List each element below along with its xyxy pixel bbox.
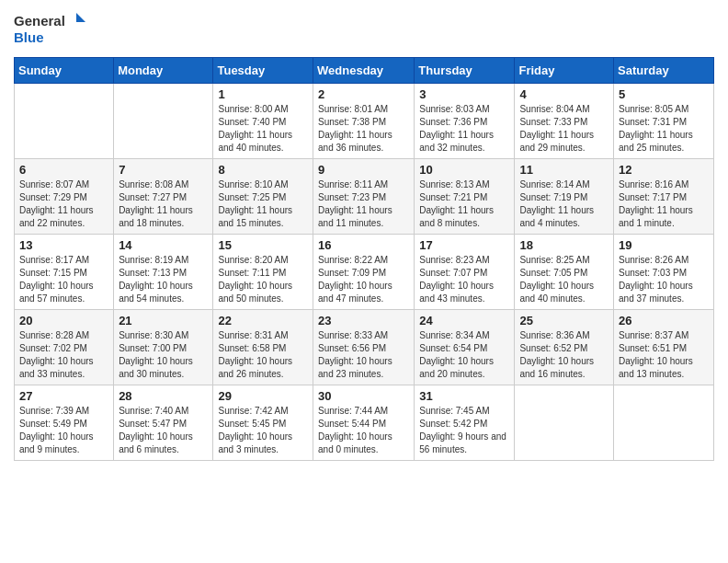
day-info: Sunrise: 8:28 AM Sunset: 7:02 PM Dayligh… [19, 329, 108, 381]
calendar-cell [15, 84, 114, 159]
day-info: Sunrise: 8:37 AM Sunset: 6:51 PM Dayligh… [619, 329, 709, 381]
calendar-cell: 14Sunrise: 8:19 AM Sunset: 7:13 PM Dayli… [114, 235, 213, 310]
day-info: Sunrise: 8:19 AM Sunset: 7:13 PM Dayligh… [119, 254, 208, 305]
day-number: 29 [218, 389, 308, 403]
day-number: 14 [119, 238, 208, 252]
calendar-cell: 31Sunrise: 7:45 AM Sunset: 5:42 PM Dayli… [415, 385, 515, 461]
calendar-cell: 17Sunrise: 8:23 AM Sunset: 7:07 PM Dayli… [415, 235, 515, 310]
calendar-cell: 22Sunrise: 8:31 AM Sunset: 6:58 PM Dayli… [213, 310, 313, 385]
weekday-header-saturday: Saturday [614, 58, 714, 84]
day-number: 30 [318, 389, 409, 403]
day-info: Sunrise: 8:16 AM Sunset: 7:17 PM Dayligh… [619, 178, 709, 230]
day-number: 11 [519, 163, 609, 177]
calendar-cell: 5Sunrise: 8:05 AM Sunset: 7:31 PM Daylig… [614, 84, 714, 159]
day-info: Sunrise: 8:13 AM Sunset: 7:21 PM Dayligh… [419, 178, 509, 230]
day-number: 21 [119, 314, 208, 327]
calendar-cell: 8Sunrise: 8:10 AM Sunset: 7:25 PM Daylig… [213, 159, 313, 235]
calendar-cell: 26Sunrise: 8:37 AM Sunset: 6:51 PM Dayli… [614, 310, 714, 385]
weekday-header-friday: Friday [515, 58, 614, 84]
day-info: Sunrise: 8:23 AM Sunset: 7:07 PM Dayligh… [419, 254, 509, 305]
day-info: Sunrise: 7:44 AM Sunset: 5:44 PM Dayligh… [318, 405, 409, 456]
day-info: Sunrise: 8:22 AM Sunset: 7:09 PM Dayligh… [318, 254, 409, 305]
calendar-cell: 13Sunrise: 8:17 AM Sunset: 7:15 PM Dayli… [15, 235, 114, 310]
day-info: Sunrise: 8:36 AM Sunset: 6:52 PM Dayligh… [519, 329, 609, 381]
calendar-cell: 11Sunrise: 8:14 AM Sunset: 7:19 PM Dayli… [515, 159, 614, 235]
day-number: 6 [19, 163, 108, 177]
day-number: 22 [218, 314, 308, 327]
day-info: Sunrise: 8:34 AM Sunset: 6:54 PM Dayligh… [419, 329, 509, 381]
day-info: Sunrise: 8:31 AM Sunset: 6:58 PM Dayligh… [218, 329, 308, 381]
calendar-cell: 9Sunrise: 8:11 AM Sunset: 7:23 PM Daylig… [313, 159, 415, 235]
logo: General Blue [14, 9, 87, 50]
weekday-header-wednesday: Wednesday [313, 58, 415, 84]
day-info: Sunrise: 8:30 AM Sunset: 7:00 PM Dayligh… [119, 329, 208, 381]
calendar-cell: 29Sunrise: 7:42 AM Sunset: 5:45 PM Dayli… [213, 385, 313, 461]
calendar-cell: 20Sunrise: 8:28 AM Sunset: 7:02 PM Dayli… [15, 310, 114, 385]
calendar-cell [515, 385, 614, 461]
day-number: 4 [519, 87, 609, 101]
calendar-cell: 3Sunrise: 8:03 AM Sunset: 7:36 PM Daylig… [415, 84, 515, 159]
day-info: Sunrise: 8:08 AM Sunset: 7:27 PM Dayligh… [119, 178, 208, 230]
calendar-cell: 21Sunrise: 8:30 AM Sunset: 7:00 PM Dayli… [114, 310, 213, 385]
day-number: 20 [19, 314, 108, 327]
day-number: 1 [218, 87, 308, 101]
day-info: Sunrise: 8:17 AM Sunset: 7:15 PM Dayligh… [19, 254, 108, 305]
day-info: Sunrise: 7:40 AM Sunset: 5:47 PM Dayligh… [119, 405, 208, 456]
svg-marker-2 [76, 13, 85, 22]
day-info: Sunrise: 8:20 AM Sunset: 7:11 PM Dayligh… [218, 254, 308, 305]
day-info: Sunrise: 8:14 AM Sunset: 7:19 PM Dayligh… [519, 178, 609, 230]
day-info: Sunrise: 8:11 AM Sunset: 7:23 PM Dayligh… [318, 178, 409, 230]
week-row-1: 1Sunrise: 8:00 AM Sunset: 7:40 PM Daylig… [15, 84, 714, 159]
logo-icon: General Blue [14, 9, 87, 50]
calendar-cell: 24Sunrise: 8:34 AM Sunset: 6:54 PM Dayli… [415, 310, 515, 385]
week-row-5: 27Sunrise: 7:39 AM Sunset: 5:49 PM Dayli… [15, 385, 714, 461]
calendar-cell: 7Sunrise: 8:08 AM Sunset: 7:27 PM Daylig… [114, 159, 213, 235]
calendar-cell [614, 385, 714, 461]
day-number: 13 [19, 238, 108, 252]
calendar-cell: 15Sunrise: 8:20 AM Sunset: 7:11 PM Dayli… [213, 235, 313, 310]
day-info: Sunrise: 8:26 AM Sunset: 7:03 PM Dayligh… [619, 254, 709, 305]
calendar-cell: 1Sunrise: 8:00 AM Sunset: 7:40 PM Daylig… [213, 84, 313, 159]
calendar-cell: 23Sunrise: 8:33 AM Sunset: 6:56 PM Dayli… [313, 310, 415, 385]
calendar-cell: 27Sunrise: 7:39 AM Sunset: 5:49 PM Dayli… [15, 385, 114, 461]
day-number: 8 [218, 163, 308, 177]
calendar-cell: 6Sunrise: 8:07 AM Sunset: 7:29 PM Daylig… [15, 159, 114, 235]
day-number: 2 [318, 87, 409, 101]
day-info: Sunrise: 8:01 AM Sunset: 7:38 PM Dayligh… [318, 103, 409, 155]
day-number: 9 [318, 163, 409, 177]
weekday-header-thursday: Thursday [415, 58, 515, 84]
day-number: 25 [519, 314, 609, 327]
day-info: Sunrise: 8:04 AM Sunset: 7:33 PM Dayligh… [519, 103, 609, 155]
day-info: Sunrise: 7:42 AM Sunset: 5:45 PM Dayligh… [218, 405, 308, 456]
week-row-3: 13Sunrise: 8:17 AM Sunset: 7:15 PM Dayli… [15, 235, 714, 310]
day-info: Sunrise: 8:25 AM Sunset: 7:05 PM Dayligh… [519, 254, 609, 305]
day-info: Sunrise: 7:45 AM Sunset: 5:42 PM Dayligh… [419, 405, 509, 456]
calendar-cell: 28Sunrise: 7:40 AM Sunset: 5:47 PM Dayli… [114, 385, 213, 461]
calendar-cell: 12Sunrise: 8:16 AM Sunset: 7:17 PM Dayli… [614, 159, 714, 235]
calendar-cell: 10Sunrise: 8:13 AM Sunset: 7:21 PM Dayli… [415, 159, 515, 235]
calendar-cell: 25Sunrise: 8:36 AM Sunset: 6:52 PM Dayli… [515, 310, 614, 385]
day-number: 15 [218, 238, 308, 252]
day-info: Sunrise: 8:33 AM Sunset: 6:56 PM Dayligh… [318, 329, 409, 381]
day-info: Sunrise: 8:05 AM Sunset: 7:31 PM Dayligh… [619, 103, 709, 155]
day-info: Sunrise: 8:10 AM Sunset: 7:25 PM Dayligh… [218, 178, 308, 230]
day-number: 28 [119, 389, 208, 403]
page-header: General Blue [14, 9, 714, 50]
day-number: 16 [318, 238, 409, 252]
calendar-cell: 4Sunrise: 8:04 AM Sunset: 7:33 PM Daylig… [515, 84, 614, 159]
day-info: Sunrise: 8:07 AM Sunset: 7:29 PM Dayligh… [19, 178, 108, 230]
svg-text:Blue: Blue [14, 29, 44, 45]
day-number: 27 [19, 389, 108, 403]
weekday-header-tuesday: Tuesday [213, 58, 313, 84]
weekday-header-row: SundayMondayTuesdayWednesdayThursdayFrid… [15, 58, 714, 84]
calendar-cell: 18Sunrise: 8:25 AM Sunset: 7:05 PM Dayli… [515, 235, 614, 310]
day-info: Sunrise: 8:03 AM Sunset: 7:36 PM Dayligh… [419, 103, 509, 155]
day-number: 19 [619, 238, 709, 252]
calendar-table: SundayMondayTuesdayWednesdayThursdayFrid… [14, 57, 714, 461]
day-number: 10 [419, 163, 509, 177]
day-number: 24 [419, 314, 509, 327]
day-info: Sunrise: 7:39 AM Sunset: 5:49 PM Dayligh… [19, 405, 108, 456]
calendar-cell: 19Sunrise: 8:26 AM Sunset: 7:03 PM Dayli… [614, 235, 714, 310]
week-row-4: 20Sunrise: 8:28 AM Sunset: 7:02 PM Dayli… [15, 310, 714, 385]
weekday-header-monday: Monday [114, 58, 213, 84]
